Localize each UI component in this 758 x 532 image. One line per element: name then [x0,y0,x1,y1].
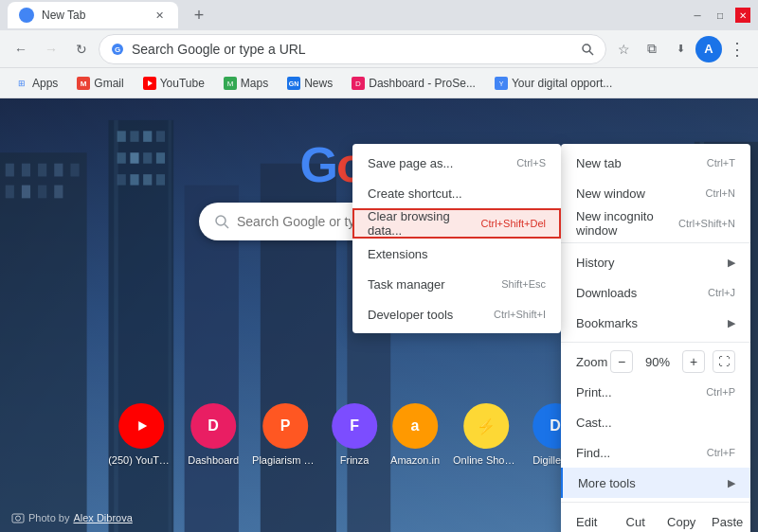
bookmark-apps[interactable]: ⊞ Apps [8,72,65,95]
submenu-extensions[interactable]: Extensions [352,239,561,269]
submenu-developer-tools-label: Developer tools [368,308,453,322]
edit-row-edit-label: Edit [561,515,612,529]
photographer-name[interactable]: Alex Dibrova [73,512,132,523]
bookmark-youtube[interactable]: YouTube [135,72,212,95]
menu-edit-row: Edit Cut Copy Paste [561,506,750,532]
page-content: G o o g l e (250) YouTube D Dashboard P … [0,98,758,532]
back-button[interactable]: ← [8,36,34,62]
menu-history[interactable]: History ▶ [561,247,750,277]
search-bar-icon [214,214,229,229]
new-tab-button[interactable]: + [186,2,212,28]
submenu-developer-tools[interactable]: Developer tools Ctrl+Shift+I [352,299,561,329]
bookmark-youtube-label: YouTube [160,77,205,90]
menu-print[interactable]: Print... Ctrl+P [561,377,750,407]
shortcut-shop-icon: ⚡ [463,403,509,449]
active-tab[interactable]: New Tab ✕ [8,2,178,28]
profile-button[interactable]: A [695,36,722,62]
menu-new-tab[interactable]: New tab Ctrl+T [561,148,750,178]
submenu-clear-browsing[interactable]: Clear browsing data... Ctrl+Shift+Del [352,208,561,239]
bookmark-star-button[interactable]: ☆ [610,36,637,62]
svg-rect-30 [130,131,138,141]
svg-rect-32 [156,131,165,141]
edit-cut-button[interactable]: Cut [612,506,659,532]
shortcut-amazon[interactable]: a Amazon.in [390,403,440,466]
svg-point-54 [16,516,21,521]
google-favicon-icon: G [111,43,124,56]
menu-new-window-shortcut: Ctrl+N [706,187,735,199]
svg-text:G: G [115,45,120,54]
svg-rect-29 [117,131,126,141]
submenu-create-shortcut[interactable]: Create shortcut... [352,178,561,208]
menu-find-label: Find... [576,446,610,460]
shortcut-dashboard-label: Dashboard [188,454,239,466]
menu-bookmarks[interactable]: Bookmarks ▶ [561,308,750,338]
download-button[interactable]: ⬇ [667,36,694,62]
shortcut-frinza[interactable]: F Frinza [332,403,377,466]
svg-rect-22 [54,164,63,177]
window-controls: ─ □ ✕ [690,8,750,23]
extensions-button[interactable]: ⧉ [639,36,665,62]
divider-2 [561,342,750,343]
shortcut-youtube[interactable]: (250) YouTube [108,403,174,466]
shortcut-youtube-icon [118,403,164,449]
submenu-create-shortcut-label: Create shortcut... [368,186,462,201]
bookmark-news[interactable]: GN News [280,72,340,95]
menu-bookmarks-label: Bookmarks [576,316,638,330]
svg-text:M: M [81,80,87,88]
submenu-clear-browsing-label: Clear browsing data... [368,209,481,238]
menu-downloads-shortcut: Ctrl+J [708,287,735,298]
svg-text:Y: Y [499,80,504,87]
camera-icon [11,511,25,524]
menu-downloads[interactable]: Downloads Ctrl+J [561,277,750,308]
divider-1 [561,242,750,243]
bookmark-dashboard[interactable]: D Dashboard - ProSe... [344,72,483,95]
shortcut-amazon-icon: a [392,403,438,449]
tab-close-button[interactable]: ✕ [152,8,167,23]
chrome-menu-button[interactable]: ⋮ [724,36,750,62]
shortcut-online-shop[interactable]: ⚡ Online Shopp... [453,403,519,466]
menu-history-label: History [576,256,614,270]
svg-marker-52 [138,421,147,431]
svg-rect-37 [117,174,126,185]
menu-incognito[interactable]: New incognito window Ctrl+Shift+N [561,208,750,239]
digital-icon: Y [495,77,508,90]
divider-3 [561,502,750,503]
bookmark-maps[interactable]: M Maps [216,72,276,95]
zoom-out-button[interactable]: − [610,350,633,373]
edit-paste-button[interactable]: Paste [704,506,750,532]
submenu-task-manager[interactable]: Task manager Shift+Esc [352,269,561,299]
minimize-button[interactable]: ─ [690,8,705,23]
submenu-clear-browsing-shortcut: Ctrl+Shift+Del [481,218,546,229]
shortcut-plagiarism[interactable]: P Plagiarism C... [252,403,318,466]
bookmark-gmail[interactable]: M Gmail [69,72,131,95]
address-bar[interactable]: G Search Google or type a URL [99,34,606,64]
photo-credit: Photo by Alex Dibrova [11,511,133,524]
menu-find[interactable]: Find... Ctrl+F [561,437,750,468]
menu-more-tools[interactable]: More tools ▶ [561,468,750,498]
edit-copy-button[interactable]: Copy [659,506,705,532]
zoom-in-button[interactable]: + [682,350,705,373]
reload-button[interactable]: ↻ [68,36,95,62]
submenu-task-manager-label: Task manager [368,277,445,292]
svg-rect-33 [117,152,126,163]
submenu-save-page[interactable]: Save page as... Ctrl+S [352,148,561,178]
svg-rect-35 [143,152,152,163]
fullscreen-button[interactable]: ⛶ [713,350,735,373]
svg-rect-19 [6,164,14,177]
shortcut-youtube-label: (250) YouTube [108,454,174,466]
dashboard-icon: D [352,77,365,90]
maximize-button[interactable]: □ [713,8,728,23]
svg-line-4 [589,51,593,55]
menu-new-window[interactable]: New window Ctrl+N [561,178,750,208]
menu-find-shortcut: Ctrl+F [707,447,735,458]
shortcut-dashboard[interactable]: D Dashboard [188,403,239,466]
zoom-value: 90% [641,355,675,369]
close-window-button[interactable]: ✕ [735,8,750,23]
forward-button[interactable]: → [38,36,64,62]
submenu-task-manager-shortcut: Shift+Esc [501,278,546,290]
bookmark-digital-label: Your digital opport... [512,77,612,90]
browser-toolbar: ← → ↻ G Search Google or type a URL ☆ ⧉ … [0,30,758,68]
menu-cast[interactable]: Cast... [561,407,750,437]
menu-print-shortcut: Ctrl+P [706,386,735,398]
bookmark-digital[interactable]: Y Your digital opport... [487,72,620,95]
